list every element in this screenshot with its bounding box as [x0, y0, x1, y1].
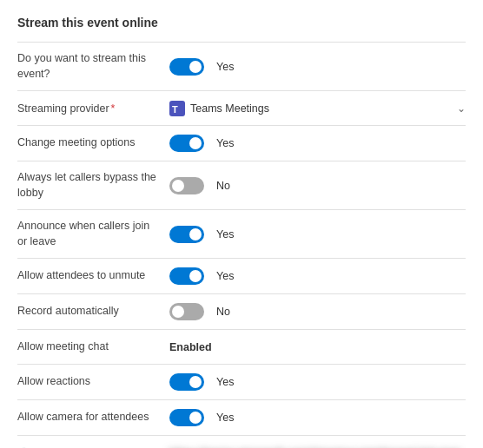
toggle-stream-event[interactable] [169, 58, 204, 76]
row-meeting-chat: Allow meeting chat Enabled [17, 329, 466, 364]
label-stream-event: Do you want to stream this event? [17, 51, 169, 82]
teams-icon: T [169, 101, 185, 116]
required-star: * [111, 102, 116, 115]
toggle-thumb-announce-callers [189, 228, 202, 240]
provider-name-text: Teams Meetings [190, 102, 269, 115]
row-bypass-lobby: Always let callers bypass the lobby No [17, 161, 466, 209]
toggle-label-camera-attendees: Yes [216, 412, 234, 424]
label-change-meeting-options: Change meeting options [17, 135, 169, 151]
toggle-thumb-record-auto [172, 306, 184, 318]
label-record-auto: Record automatically [17, 304, 169, 320]
toggle-track-allow-unmute [169, 267, 204, 285]
label-teams-url: 🔒 Teams URL [17, 445, 169, 448]
toggle-label-reactions: Yes [216, 376, 234, 388]
value-announce-callers: Yes [169, 226, 466, 243]
toggle-thumb-stream-event [189, 61, 202, 73]
toggle-record-auto[interactable] [169, 303, 204, 320]
row-announce-callers: Announce when callers join or leave Yes [17, 209, 466, 258]
value-stream-event: Yes [169, 58, 466, 76]
label-meeting-chat: Allow meeting chat [17, 339, 169, 355]
toggle-track-camera-attendees [169, 409, 204, 426]
row-streaming-provider: Streaming provider * T Teams Meetings ⌄ [17, 90, 466, 125]
toggle-track-announce-callers [169, 226, 204, 243]
value-allow-unmute: Yes [169, 267, 466, 285]
value-streaming-provider[interactable]: T Teams Meetings ⌄ [169, 101, 466, 116]
row-record-auto: Record automatically No [17, 293, 466, 329]
toggle-announce-callers[interactable] [169, 226, 204, 243]
value-camera-attendees: Yes [169, 409, 466, 426]
toggle-thumb-reactions [189, 376, 202, 388]
label-announce-callers: Announce when callers join or leave [17, 219, 169, 249]
row-reactions: Allow reactions Yes [17, 364, 466, 399]
stream-event-container: Stream this event online Do you want to … [0, 0, 483, 448]
toggle-label-meeting-options: Yes [216, 137, 234, 149]
toggle-track-meeting-options [169, 135, 204, 152]
label-streaming-provider: Streaming provider * [17, 102, 169, 115]
label-bypass-lobby: Always let callers bypass the lobby [17, 170, 169, 201]
toggle-track-stream-event [169, 58, 204, 76]
toggle-bypass-lobby[interactable] [169, 177, 204, 194]
provider-name: T Teams Meetings [169, 101, 269, 116]
toggle-label-announce-callers: Yes [216, 228, 234, 240]
toggle-change-meeting-options[interactable] [169, 135, 204, 152]
toggle-label-stream-event: Yes [216, 61, 234, 73]
toggle-reactions[interactable] [169, 373, 204, 391]
svg-text:T: T [172, 104, 178, 115]
toggle-thumb-allow-unmute [189, 270, 202, 282]
value-record-auto: No [169, 303, 466, 320]
value-change-meeting-options: Yes [169, 135, 466, 152]
toggle-label-record-auto: No [216, 306, 230, 318]
row-stream-event: Do you want to stream this event? Yes [17, 42, 466, 90]
row-allow-unmute: Allow attendees to unmute Yes [17, 258, 466, 293]
section-title: Stream this event online [17, 16, 466, 30]
toggle-track-reactions [169, 373, 204, 391]
row-camera-attendees: Allow camera for attendees Yes [17, 399, 466, 435]
value-reactions: Yes [169, 373, 466, 391]
toggle-thumb-camera-attendees [189, 412, 202, 424]
toggle-track-bypass-lobby [169, 177, 204, 194]
row-teams-url: 🔒 Teams URL https://teams.microsoft.com/… [17, 435, 466, 448]
row-change-meeting-options: Change meeting options Yes [17, 125, 466, 161]
toggle-allow-unmute[interactable] [169, 267, 204, 285]
toggle-label-allow-unmute: Yes [216, 270, 234, 282]
toggle-label-bypass-lobby: No [216, 180, 230, 192]
toggle-track-record-auto [169, 303, 204, 320]
toggle-camera-attendees[interactable] [169, 409, 204, 426]
toggle-thumb-bypass-lobby [172, 180, 184, 192]
value-meeting-chat: Enabled [169, 341, 466, 353]
meeting-chat-status: Enabled [169, 341, 212, 353]
label-reactions: Allow reactions [17, 374, 169, 390]
label-camera-attendees: Allow camera for attendees [17, 410, 169, 425]
chevron-down-icon[interactable]: ⌄ [457, 102, 466, 115]
value-bypass-lobby: No [169, 177, 466, 194]
toggle-thumb-meeting-options [189, 137, 202, 149]
label-allow-unmute: Allow attendees to unmute [17, 268, 169, 284]
